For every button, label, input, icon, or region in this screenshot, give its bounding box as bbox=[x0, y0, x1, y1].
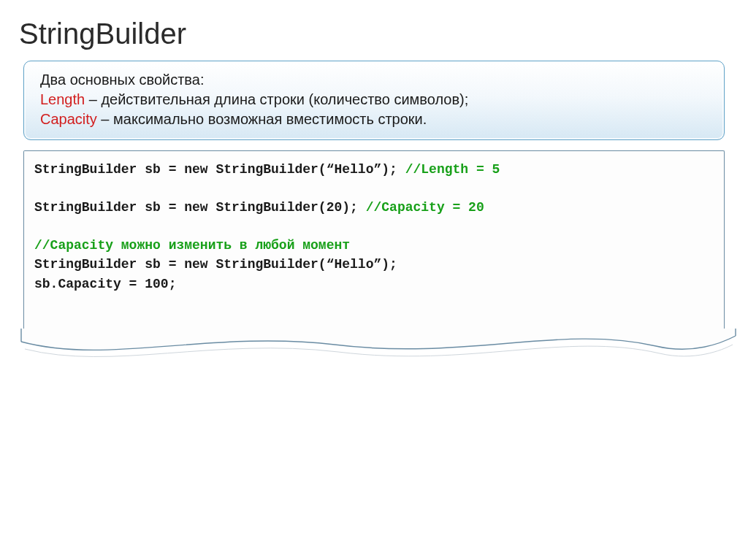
code-l1-comment: //Length = 5 bbox=[405, 162, 500, 177]
code-l2-comment: //Capacity = 20 bbox=[366, 200, 484, 215]
info-capacity-prop: Capacity bbox=[40, 111, 97, 127]
info-line-capacity: Capacity – максимально возможная вместим… bbox=[40, 110, 708, 129]
info-intro: Два основных свойства: bbox=[40, 70, 708, 90]
info-length-prop: Length bbox=[40, 91, 85, 107]
code-block: StringBuilder sb = new StringBuilder(“He… bbox=[23, 150, 725, 340]
info-capacity-rest: – максимально возможная вместимость стро… bbox=[97, 111, 427, 127]
info-intro-text: Два основных свойства: bbox=[40, 72, 204, 88]
slide-title: StringBuilder bbox=[19, 18, 733, 50]
code-l4: StringBuilder sb = new StringBuilder(“He… bbox=[34, 257, 397, 272]
info-length-rest: – действительная длина строки (количеств… bbox=[85, 91, 468, 107]
code-l3-comment: //Capacity можно изменить в любой момент bbox=[34, 238, 350, 253]
code-l1: StringBuilder sb = new StringBuilder(“He… bbox=[34, 162, 405, 177]
code-panel: StringBuilder sb = new StringBuilder(“He… bbox=[23, 150, 725, 340]
info-panel: Два основных свойства: Length – действит… bbox=[23, 61, 725, 140]
info-line-length: Length – действительная длина строки (ко… bbox=[40, 90, 708, 110]
code-l5: sb.Capacity = 100; bbox=[34, 277, 176, 291]
code-l2: StringBuilder sb = new StringBuilder(20)… bbox=[34, 200, 366, 215]
